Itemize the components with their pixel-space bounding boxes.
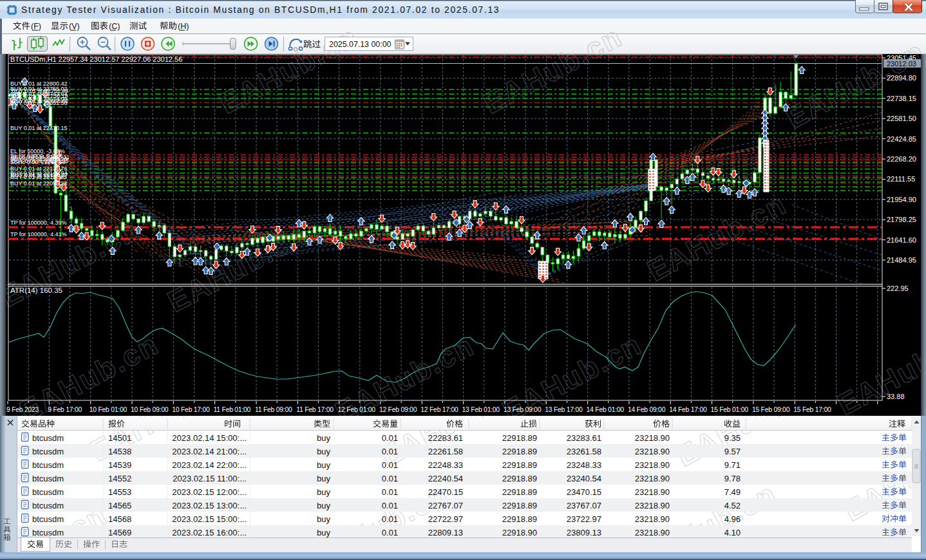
svg-text:4.96: 4.96 [724,514,741,524]
svg-text:11 Feb 01:00: 11 Feb 01:00 [214,406,251,413]
svg-text:23218.90: 23218.90 [635,460,670,470]
svg-text:22918.89: 22918.89 [502,487,537,497]
svg-text:0.01: 0.01 [382,474,398,483]
svg-text:2023.02.15 13:00:...: 2023.02.15 13:00:... [172,501,247,510]
svg-text:14 Feb 01:00: 14 Feb 01:00 [587,406,625,413]
svg-text:23809.13: 23809.13 [567,528,601,537]
svg-text:23218.90: 23218.90 [635,514,670,524]
svg-text:13 Feb 01:00: 13 Feb 01:00 [462,406,500,413]
svg-text:btcusdm: btcusdm [32,433,64,443]
svg-text:Strategy Tester Visualization: Strategy Tester Visualization : Bitcoin … [21,5,500,15]
svg-text:11 Feb 09:00: 11 Feb 09:00 [255,406,292,413]
svg-text:buy: buy [317,447,330,456]
svg-text:9.71: 9.71 [724,460,741,470]
svg-text:TP for 100000, 4.41%: TP for 100000, 4.41% [10,231,66,238]
svg-text:22248.33: 22248.33 [428,460,463,470]
svg-text:22918.89: 22918.89 [502,501,537,510]
svg-text:9 Feb 2023: 9 Feb 2023 [6,406,39,413]
svg-text:14 Feb 17:00: 14 Feb 17:00 [669,406,707,413]
svg-text:(H): (H) [178,22,189,31]
svg-text:22809.13: 22809.13 [428,528,463,537]
svg-text:21954.90: 21954.90 [887,196,916,203]
svg-text:14553: 14553 [108,487,131,497]
svg-text:ATR(14) 160.35: ATR(14) 160.35 [10,286,62,294]
svg-text:btcusdm: btcusdm [32,528,64,537]
svg-text:14538: 14538 [108,447,131,456]
svg-text:btcusdm: btcusdm [32,447,64,456]
svg-text:0.01: 0.01 [382,433,398,443]
svg-text:11 Feb 17:00: 11 Feb 17:00 [296,406,334,413]
svg-text:14565: 14565 [108,501,131,510]
svg-text:TP for 100000, 4.39%: TP for 100000, 4.39% [10,219,66,226]
svg-text:14501: 14501 [108,433,131,443]
svg-text:2023.02.15 11:00:...: 2023.02.15 11:00:... [173,474,247,483]
svg-text:btcusdm: btcusdm [32,460,64,470]
svg-text:22918.89: 22918.89 [502,460,537,470]
svg-text:0.01: 0.01 [382,514,398,524]
svg-text:0.01: 0.01 [382,501,398,510]
svg-text:2023.02.14 15:00:...: 2023.02.14 15:00:... [172,433,247,443]
svg-text:22767.07: 22767.07 [428,501,463,510]
svg-text:2023.02.14 21:00:...: 2023.02.14 21:00:... [172,447,247,456]
svg-text:23218.90: 23218.90 [635,528,670,537]
svg-text:2023.02.14 22:00:...: 2023.02.14 22:00:... [172,460,247,470]
svg-text:23240.54: 23240.54 [567,474,601,483]
svg-text:222.95: 222.95 [887,285,909,292]
svg-text:9.57: 9.57 [724,447,741,456]
svg-text:14568: 14568 [108,514,131,524]
svg-text:buy: buy [317,528,330,537]
svg-text:22470.15: 22470.15 [428,487,463,497]
svg-text:23283.61: 23283.61 [567,433,601,443]
svg-text:22283.61: 22283.61 [428,433,463,443]
svg-text:23218.90: 23218.90 [635,433,670,443]
svg-text:15 Feb 01:00: 15 Feb 01:00 [711,406,749,413]
svg-text:buy: buy [317,514,330,524]
svg-text:buy: buy [317,460,330,470]
svg-text:2025.07.13 00:00: 2025.07.13 00:00 [329,40,392,49]
svg-text:0.01: 0.01 [382,528,398,537]
svg-text:(C): (C) [109,22,120,31]
svg-text:23012.03: 23012.03 [887,60,916,68]
svg-text:21484.95: 21484.95 [887,256,916,264]
svg-text:22581.50: 22581.50 [887,115,916,122]
svg-text:0.01: 0.01 [382,460,398,470]
svg-text:btcusdm: btcusdm [32,514,64,524]
svg-text:(V): (V) [69,22,80,31]
svg-text:21798.25: 21798.25 [887,216,916,223]
svg-text:10 Feb 01:00: 10 Feb 01:00 [90,406,128,413]
svg-text:22918.89: 22918.89 [502,474,537,483]
svg-text:22894.80: 22894.80 [887,74,916,82]
svg-text:23248.33: 23248.33 [567,460,601,470]
svg-text:15 Feb 17:00: 15 Feb 17:00 [793,406,831,413]
svg-text:22918.89: 22918.89 [502,433,537,443]
svg-text:22268.20: 22268.20 [887,155,916,163]
svg-text:23722.97: 23722.97 [567,514,601,524]
svg-text:0.01: 0.01 [382,447,398,456]
svg-text:22261.58: 22261.58 [428,447,463,456]
svg-text:23218.90: 23218.90 [635,487,670,497]
svg-text:23470.15: 23470.15 [567,487,601,497]
svg-text:btcusdm: btcusdm [32,474,64,483]
svg-text:33.88: 33.88 [887,393,905,400]
svg-text:14552: 14552 [108,474,131,483]
svg-text:BUY 0.01 at 22470.15: BUY 0.01 at 22470.15 [10,125,67,131]
svg-text:22111.55: 22111.55 [887,175,915,183]
svg-text:23218.90: 23218.90 [635,474,670,483]
svg-text:23218.90: 23218.90 [635,501,670,510]
svg-text:22918.89: 22918.89 [502,447,537,456]
svg-text:2023.02.15 16:00:...: 2023.02.15 16:00:... [172,528,247,537]
svg-text:buy: buy [317,433,330,443]
svg-text:22240.54: 22240.54 [428,474,463,483]
svg-text:23218.90: 23218.90 [635,447,670,456]
svg-text:2023.02.15 15:00:...: 2023.02.15 15:00:... [172,514,247,524]
svg-text:BUY 0.01 at 22140.27: BUY 0.01 at 22140.27 [11,172,68,178]
svg-text:22722.97: 22722.97 [428,514,463,524]
svg-text:12 Feb 17:00: 12 Feb 17:00 [420,406,458,413]
svg-text:22424.85: 22424.85 [887,135,916,143]
svg-text:23261.58: 23261.58 [567,447,601,456]
svg-text:9.35: 9.35 [724,433,741,443]
svg-text:0.01: 0.01 [382,487,398,497]
svg-text:12 Feb 09:00: 12 Feb 09:00 [379,406,417,413]
svg-text:4.10: 4.10 [724,528,741,537]
svg-text:BUY 0.01 at 22668.62: BUY 0.01 at 22668.62 [12,98,68,104]
